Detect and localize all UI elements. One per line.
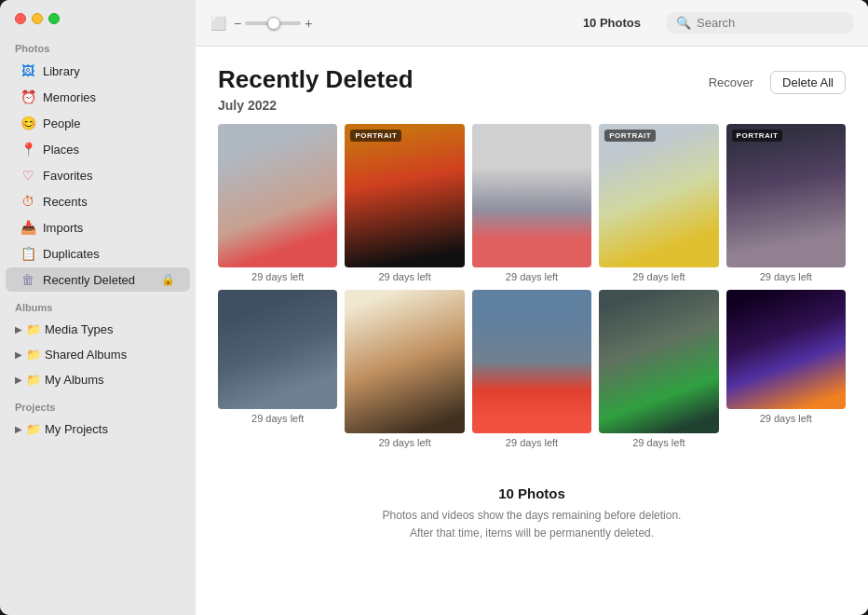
sidebar-item-label: Recents [43,195,175,209]
sidebar-item-my-albums[interactable]: ▶ 📁 My Albums [6,368,190,391]
photo-days-label: 29 days left [760,413,812,424]
search-icon: 🔍 [676,16,691,30]
photo-days-label: 29 days left [251,413,304,424]
sidebar-item-label: Favorites [43,169,175,183]
sidebar-item-favorites[interactable]: ♡ Favorites [6,163,190,187]
photo-item[interactable]: 29 days left [345,290,464,448]
photo-days-label: 29 days left [632,437,685,448]
sidebar-item-label: Library [43,64,175,78]
photo-thumbnail [472,290,591,433]
photo-item[interactable]: 29 days left [218,290,337,448]
memories-icon: ⏰ [20,89,35,104]
photo-days-label: 29 days left [760,271,812,282]
photo-days-label: 29 days left [632,271,685,282]
sidebar-item-library[interactable]: 🖼 Library [6,59,190,83]
section-label-projects: Projects [0,392,196,417]
section-label-albums: Albums [0,293,196,317]
content-area: Recently Deleted Recover Delete All July… [196,47,868,615]
footer-note: 10 Photos Photos and videos show the day… [218,467,846,552]
sidebar-item-places[interactable]: 📍 Places [6,137,190,161]
footer-title: 10 Photos [218,485,846,501]
content-header: Recently Deleted Recover Delete All [218,65,846,94]
header-actions: Recover Delete All [699,71,846,94]
sidebar-item-label: Memories [43,90,175,104]
photo-thumbnail [599,290,718,433]
my-projects-icon: 📁 [26,422,41,436]
sidebar-item-memories[interactable]: ⏰ Memories [6,85,190,109]
chevron-icon: ▶ [15,375,22,385]
section-label-photos: Photos [0,34,196,58]
traffic-lights [0,0,196,34]
photo-days-label: 29 days left [378,271,430,282]
footer-description: Photos and videos show the days remainin… [218,507,846,542]
toolbar: ⬜ − + 10 Photos 🔍 [196,0,868,47]
places-icon: 📍 [20,142,35,157]
photo-item[interactable]: PORTRAIT 29 days left [599,124,718,282]
people-icon: 😊 [20,116,35,130]
zoom-minus[interactable]: − [234,16,241,31]
photo-item[interactable]: 29 days left [218,124,337,282]
fullscreen-button[interactable] [48,13,60,24]
sidebar-item-imports[interactable]: 📥 Imports [6,215,190,239]
sidebar-item-recently-deleted[interactable]: 🗑 Recently Deleted 🔒 [6,267,190,292]
sidebar-item-label: Imports [43,221,175,235]
shared-albums-icon: 📁 [26,348,41,362]
date-label: July 2022 [218,98,846,113]
sidebar-item-recents[interactable]: ⏱ Recents [6,189,190,213]
zoom-thumb [267,17,280,30]
zoom-control[interactable]: − + [234,16,312,31]
photo-days-label: 29 days left [506,437,558,448]
footer-desc-line1: Photos and videos show the days remainin… [383,509,682,522]
recover-button[interactable]: Recover [699,72,763,93]
photo-item[interactable]: 29 days left [472,290,591,448]
sidebar-item-shared-albums[interactable]: ▶ 📁 Shared Albums [6,343,190,366]
search-input[interactable] [697,16,844,30]
sidebar-item-duplicates[interactable]: 📋 Duplicates [6,241,190,266]
photo-item[interactable]: PORTRAIT 29 days left [345,124,464,282]
minimize-button[interactable] [32,13,43,24]
photo-item[interactable]: 29 days left [599,290,718,448]
imports-icon: 📥 [20,220,35,235]
portrait-badge: PORTRAIT [350,130,401,142]
photo-days-label: 29 days left [251,271,304,282]
photo-item[interactable]: PORTRAIT 29 days left [726,124,846,282]
portrait-badge: PORTRAIT [604,130,656,142]
photo-item[interactable]: 29 days left [472,124,591,282]
chevron-icon: ▶ [15,349,22,360]
trash-icon: 🗑 [20,272,35,287]
favorites-icon: ♡ [20,168,35,183]
photo-thumbnail: PORTRAIT [726,124,846,267]
photo-thumbnail [218,290,337,409]
sidebar-item-label: My Albums [45,373,104,387]
sidebar-item-my-projects[interactable]: ▶ 📁 My Projects [6,417,190,441]
close-button[interactable] [15,13,26,24]
delete-all-button[interactable]: Delete All [770,71,846,94]
zoom-plus[interactable]: + [305,16,312,31]
photo-thumbnail [345,290,464,433]
sidebar-item-label: Duplicates [43,247,175,261]
photo-days-label: 29 days left [506,271,558,282]
photo-days-label: 29 days left [378,437,430,448]
main-window: Photos 🖼 Library ⏰ Memories 😊 People 📍 P… [0,0,868,615]
sidebar-item-label: My Projects [45,422,108,436]
sidebar-item-label: Places [43,143,175,157]
photo-thumbnail [472,124,591,267]
slideshow-icon: ⬜ [210,16,226,31]
sidebar-item-media-types[interactable]: ▶ 📁 Media Types [6,318,190,341]
search-bar[interactable]: 🔍 [667,12,853,34]
photo-count: 10 Photos [583,16,641,30]
lock-icon: 🔒 [161,273,175,286]
photo-item[interactable]: 29 days left [726,290,846,448]
library-icon: 🖼 [20,63,35,78]
photo-thumbnail [726,290,846,409]
main-content: ⬜ − + 10 Photos 🔍 Recently Deleted Recov… [196,0,868,615]
sidebar-item-label: Media Types [45,322,113,336]
photo-thumbnail: PORTRAIT [345,124,464,267]
media-types-icon: 📁 [26,322,41,336]
duplicates-icon: 📋 [20,246,35,261]
chevron-icon: ▶ [15,324,22,335]
photo-thumbnail: PORTRAIT [599,124,718,267]
sidebar-item-label: People [43,116,175,130]
sidebar-item-people[interactable]: 😊 People [6,111,190,135]
zoom-slider[interactable] [245,21,301,25]
